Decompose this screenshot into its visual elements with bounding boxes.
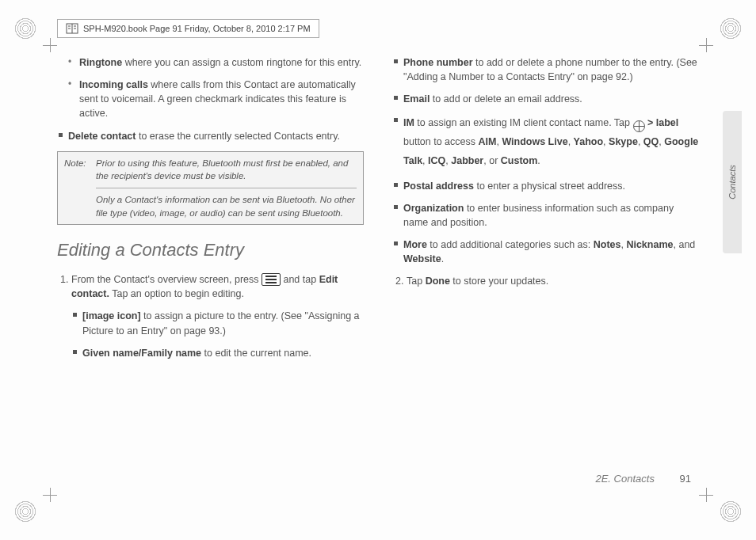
text-ringtone: where you can assign a custom ringtone f…	[122, 57, 361, 68]
bold-delete: Delete contact	[68, 131, 136, 142]
bold-im: IM	[403, 117, 414, 128]
note-prefix: Note:	[64, 157, 86, 170]
menu-icon	[262, 273, 281, 286]
ornament-spiral-br	[720, 500, 742, 523]
bold-yahoo: Yahoo	[574, 136, 604, 147]
crop-mark-br	[699, 488, 713, 502]
crop-mark-tl	[43, 38, 57, 52]
bold-jabber: Jabber	[451, 155, 483, 166]
text-period-more: .	[441, 253, 444, 264]
bold-organization: Organization	[403, 203, 464, 214]
bold-nickname: Nickname	[626, 239, 673, 250]
gt-symbol: >	[647, 117, 656, 128]
text-or: , or	[483, 155, 501, 166]
bold-qq: QQ	[643, 136, 659, 147]
bold-email: Email	[403, 93, 430, 105]
bullet-incoming: Incoming calls where calls from this Con…	[79, 78, 364, 120]
note-divider	[96, 188, 357, 188]
section-heading: Editing a Contacts Entry	[57, 238, 364, 263]
square-given-name: Given name/Family name to edit the curre…	[82, 346, 364, 360]
bold-postal: Postal address	[403, 181, 474, 192]
bold-custom: Custom	[501, 155, 538, 166]
column-right: Phone number to add or delete a phone nu…	[392, 55, 699, 368]
header-text: SPH-M920.book Page 91 Friday, October 8,…	[83, 24, 311, 33]
crop-mark-tr	[699, 38, 713, 52]
bold-image-icon: [image icon]	[82, 310, 141, 321]
text-delete: to erase the currently selected Contacts…	[136, 131, 340, 142]
square-delete: Delete contact to erase the currently se…	[68, 129, 364, 143]
bold-windows-live: Windows Live	[502, 136, 567, 147]
side-tab: Contacts	[723, 111, 742, 253]
page-footer: 2E. Contacts 91	[57, 473, 699, 485]
bold-incoming: Incoming calls	[79, 79, 148, 90]
bold-ringtone: Ringtone	[79, 57, 122, 68]
bold-skype: Skype	[609, 136, 638, 147]
bold-icq: ICQ	[428, 155, 445, 166]
text-im-2: button to access	[403, 136, 479, 147]
note-text-1: Prior to using this feature, Bluetooth m…	[96, 158, 348, 181]
step1-text-a: From the Contact's overview screen, pres…	[71, 274, 262, 285]
bold-aim: AIM	[479, 136, 497, 147]
side-tab-label: Contacts	[727, 165, 737, 199]
ornament-spiral-bl	[14, 500, 36, 523]
step-1: From the Contact's overview screen, pres…	[71, 272, 364, 360]
square-phone: Phone number to add or delete a phone nu…	[403, 55, 699, 84]
bold-given-name: Given name/Family name	[82, 348, 201, 359]
text-email: to add or delete an email address.	[430, 93, 582, 105]
footer-page-number: 91	[680, 473, 691, 485]
page-content: Ringtone where you can assign a custom r…	[57, 55, 699, 485]
square-postal: Postal address to enter a physical stree…	[403, 179, 699, 193]
bold-notes: Notes	[594, 239, 621, 250]
column-left: Ringtone where you can assign a custom r…	[57, 55, 364, 368]
bold-label: label	[656, 117, 679, 128]
step1-text-b: and tap	[283, 274, 319, 285]
note-text-2: Only a Contact's information can be sent…	[96, 195, 355, 218]
text-more-1: to add additional categories such as:	[427, 239, 594, 250]
ornament-spiral-tl	[14, 17, 36, 40]
bold-done: Done	[426, 276, 450, 287]
framemaker-header: SPH-M920.book Page 91 Friday, October 8,…	[57, 19, 319, 38]
square-organization: Organization to enter business informati…	[403, 201, 699, 230]
square-image-icon: [image icon] to assign a picture to the …	[82, 309, 364, 337]
bold-website: Website	[403, 253, 441, 264]
step-2: Tap Done to store your updates.	[407, 274, 699, 288]
square-im: IM to assign an existing IM client conta…	[403, 114, 699, 170]
bullet-ringtone: Ringtone where you can assign a custom r…	[79, 55, 364, 70]
step2-text-b: to store your updates.	[450, 276, 548, 287]
bold-more: More	[403, 239, 427, 250]
square-more: More to add additional categories such a…	[403, 238, 699, 266]
step2-text-a: Tap	[407, 276, 426, 287]
book-icon	[66, 23, 78, 34]
ornament-spiral-tr	[720, 17, 742, 40]
bold-phone: Phone number	[403, 57, 473, 68]
globe-icon	[633, 120, 645, 132]
text-given-name: to edit the current name.	[201, 348, 311, 359]
note-box: Note: Prior to using this feature, Bluet…	[57, 151, 364, 226]
step1-text-c: Tap an option to begin editing.	[112, 288, 244, 299]
text-and: , and	[673, 239, 695, 250]
text-im-1: to assign an existing IM client contact …	[414, 117, 633, 128]
footer-section: 2E. Contacts	[595, 473, 654, 485]
square-email: Email to add or delete an email address.	[403, 92, 699, 106]
text-period-im: .	[537, 155, 540, 166]
text-postal: to enter a physical street address.	[474, 181, 625, 192]
crop-mark-bl	[43, 488, 57, 502]
